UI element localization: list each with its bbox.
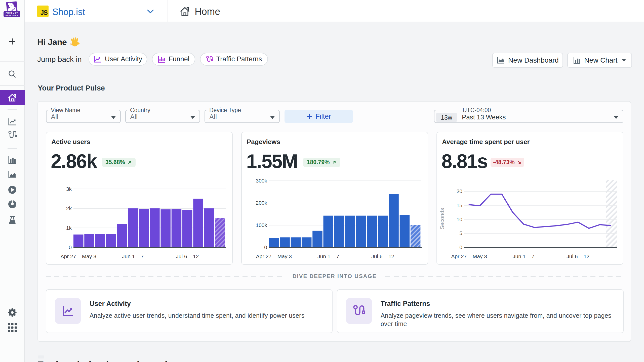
svg-text:200k: 200k: [256, 200, 267, 206]
svg-text:15: 15: [457, 202, 462, 208]
svg-text:100k: 100k: [256, 222, 267, 228]
svg-text:3k: 3k: [66, 186, 72, 192]
svg-text:Jun 1 – 7: Jun 1 – 7: [317, 253, 339, 259]
svg-text:0: 0: [264, 244, 267, 250]
svg-text:0: 0: [459, 244, 462, 250]
svg-text:Jul 6 – 12: Jul 6 – 12: [371, 253, 394, 259]
svg-text:1k: 1k: [66, 225, 72, 231]
svg-text:5: 5: [459, 230, 462, 236]
svg-text:Jun 1 – 7: Jun 1 – 7: [122, 253, 144, 259]
svg-text:300k: 300k: [256, 178, 267, 184]
svg-text:20: 20: [457, 188, 462, 194]
svg-text:PRODUCT: PRODUCT: [6, 12, 18, 14]
svg-text:10: 10: [457, 216, 462, 222]
svg-text:Seconds: Seconds: [439, 208, 445, 230]
svg-text:Apr 27 – May 3: Apr 27 – May 3: [256, 253, 292, 259]
svg-text:Jul 6 – 12: Jul 6 – 12: [567, 253, 589, 259]
svg-text:ANALYTICS: ANALYTICS: [5, 14, 18, 17]
svg-text:Apr 27 – May 3: Apr 27 – May 3: [61, 253, 96, 259]
svg-text:Apr 27 – May 3: Apr 27 – May 3: [451, 253, 487, 259]
svg-text:Jun 1 – 7: Jun 1 – 7: [513, 253, 534, 259]
svg-text:2k: 2k: [66, 205, 72, 211]
svg-text:Jul 6 – 12: Jul 6 – 12: [176, 253, 199, 259]
svg-text:0: 0: [69, 244, 72, 250]
